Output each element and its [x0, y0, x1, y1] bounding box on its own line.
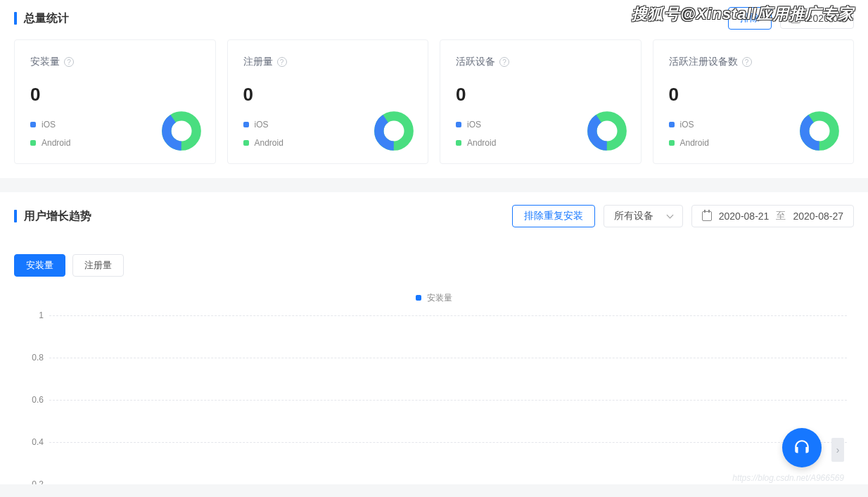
- support-fab-button[interactable]: [782, 428, 822, 467]
- gridline: [49, 442, 847, 443]
- growth-trend-section: 用户增长趋势 排除重复安装 所有设备 2020-08-21 至 2020-08-…: [0, 192, 868, 484]
- stat-card-active-registered: 活跃注册设备数 ? 0 iOS Android: [653, 39, 855, 164]
- help-icon[interactable]: ?: [64, 57, 74, 67]
- ios-dot-icon: [669, 122, 675, 127]
- calendar-icon: [702, 211, 712, 221]
- android-dot-icon: [669, 140, 675, 146]
- stats-cards-row: 安装量 ? 0 iOS Android 注册量 ? 0 iOS: [14, 39, 854, 178]
- donut-chart-icon: [587, 111, 627, 151]
- stat-card-install: 安装量 ? 0 iOS Android: [14, 39, 216, 164]
- ios-dot-icon: [243, 122, 249, 127]
- exclude-duplicate-button[interactable]: 排除重复安装: [512, 205, 595, 227]
- android-dot-icon: [30, 140, 36, 146]
- chart-legend: 安装量: [14, 284, 854, 315]
- chart-tabs: 安装量 注册量: [14, 237, 854, 284]
- ios-dot-icon: [30, 122, 36, 127]
- card-value: 0: [243, 84, 413, 106]
- total-stats-section: 总量统计 排除 2020-08 安装量 ? 0 iOS Andr: [0, 0, 868, 178]
- growth-trend-title: 用户增长趋势: [24, 209, 91, 224]
- donut-chart-icon: [162, 111, 201, 151]
- chart-legend-label: 安装量: [427, 292, 452, 304]
- y-tick: 0.8: [32, 353, 44, 363]
- tab-install[interactable]: 安装量: [14, 254, 65, 277]
- watermark-text: 搜狐号@Xinstall应用推广专家: [632, 4, 854, 25]
- y-tick: 0.6: [32, 395, 44, 405]
- y-tick: 0.2: [32, 479, 44, 484]
- gridline: [49, 358, 847, 358]
- card-value: 0: [30, 84, 200, 106]
- device-select-label: 所有设备: [614, 210, 653, 222]
- gridline: [49, 315, 847, 316]
- donut-chart-icon: [800, 111, 839, 151]
- ios-dot-icon: [456, 122, 461, 127]
- title-accent-bar: [14, 210, 17, 222]
- card-title: 注册量: [243, 56, 273, 68]
- card-value: 0: [669, 84, 838, 106]
- android-dot-icon: [456, 140, 461, 146]
- android-dot-icon: [243, 140, 249, 146]
- date-end: 2020-08-27: [793, 210, 843, 222]
- title-accent-bar: [14, 12, 17, 25]
- date-separator: 至: [776, 210, 786, 222]
- section-spacer: [0, 178, 868, 192]
- chart-series-dot-icon: [416, 295, 421, 301]
- stat-card-active-device: 活跃设备 ? 0 iOS Android: [440, 39, 642, 164]
- stat-card-register: 注册量 ? 0 iOS Android: [227, 39, 429, 164]
- date-range-picker[interactable]: 2020-08-21 至 2020-08-27: [691, 205, 854, 227]
- y-tick: 0.4: [32, 437, 44, 447]
- card-title: 活跃注册设备数: [669, 56, 738, 68]
- card-value: 0: [456, 84, 625, 106]
- help-icon[interactable]: ?: [742, 57, 752, 67]
- chevron-right-icon: ›: [836, 444, 840, 455]
- help-icon[interactable]: ?: [277, 57, 287, 67]
- total-stats-title: 总量统计: [24, 11, 69, 26]
- y-tick: 1: [39, 310, 44, 320]
- donut-chart-icon: [374, 111, 414, 151]
- card-title: 活跃设备: [456, 56, 495, 68]
- headset-icon: [793, 439, 811, 457]
- chevron-down-icon: [666, 212, 673, 219]
- scroll-right-button[interactable]: ›: [831, 438, 844, 462]
- tab-register[interactable]: 注册量: [72, 254, 124, 277]
- line-chart: 1 0.8 0.6 0.4 0.2 https://blog.csdn.net/…: [14, 315, 854, 484]
- device-select[interactable]: 所有设备: [604, 205, 683, 227]
- gridline: [49, 400, 847, 401]
- help-icon[interactable]: ?: [499, 57, 509, 67]
- csdn-watermark: https://blog.csdn.net/A966569: [732, 473, 844, 483]
- card-title: 安装量: [30, 56, 60, 68]
- date-start: 2020-08-21: [719, 210, 770, 222]
